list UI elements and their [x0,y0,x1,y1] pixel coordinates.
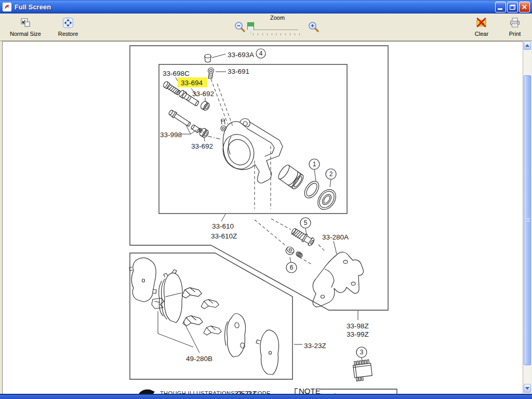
zoom-slider-ticks [253,33,300,35]
minimize-icon [498,8,502,10]
callout-4: 4 [256,49,265,58]
callout-1: 1 [309,159,320,169]
svg-text:4: 4 [259,50,263,57]
window-title: Full Screen [15,3,51,11]
normal-size-button[interactable]: Normal Size [8,17,43,37]
bleeder-screw-drawing [208,68,214,79]
zoom-in-button[interactable] [308,21,320,33]
title-bar[interactable]: Full Screen ✕ [0,0,532,14]
wear-indicator-drawing [353,360,373,381]
scroll-up-icon [525,42,529,47]
zoom-label: Zoom [232,15,323,21]
minimize-button[interactable] [495,2,506,12]
parts-diagram: 1 2 3 4 5 6 [3,42,523,394]
diagram-viewport[interactable]: 1 2 3 4 5 6 [2,41,523,394]
clear-icon: 234 [475,17,488,29]
close-button[interactable]: ✕ [519,2,530,12]
scrollbar-thumb[interactable] [524,75,531,365]
restore-view-icon [62,17,74,29]
window-bottom-border [0,394,532,399]
zoom-control-group: Zoom [232,14,323,40]
svg-text:6: 6 [290,264,294,271]
part-label-33-610z[interactable]: 33-610Z [211,232,237,240]
pin-set-drawing [168,109,202,133]
print-icon [509,17,521,29]
normal-size-label: Normal Size [10,31,41,37]
part-label-33-23z[interactable]: 33-23Z [304,342,326,350]
restore-view-button[interactable]: Restore [52,17,84,37]
note-box: NOTE 1 … 6 → 33-267 [295,387,397,394]
bleeder-cap-drawing [205,55,211,62]
part-label-33-694[interactable]: 33-694 [181,79,203,87]
lock-bolt-drawing [290,227,315,246]
svg-text:3: 3 [360,349,364,356]
part-label-49-280b[interactable]: 49-280B [186,355,212,363]
vertical-scrollbar[interactable] [523,41,531,394]
app-window: Full Screen ✕ Normal Size [0,0,532,399]
restore-view-label: Restore [58,31,78,37]
zoom-slider-track[interactable] [252,30,298,31]
part-label-33-98z[interactable]: 33-98Z [347,322,369,330]
restore-window-button[interactable] [507,2,518,12]
close-icon: ✕ [522,4,527,10]
part-label-33-99z[interactable]: 33-99Z [347,330,369,338]
part-label-33-692-lower[interactable]: 33-692 [191,142,213,150]
callout-6: 6 [286,262,297,273]
callout-3: 3 [356,347,367,357]
caliper-drawing [218,118,283,183]
part-label-33-692-upper[interactable]: 33-692 [192,90,214,98]
piston-drawing [276,164,305,191]
scroll-down-button[interactable] [524,384,531,393]
clear-label: Clear [475,31,488,37]
leader-lines [158,54,362,362]
svg-text:1: 1 [313,161,316,168]
scrollbar-grip [526,218,530,223]
part-label-33-693a[interactable]: 33-693A [228,51,254,59]
center-dashed-line [208,136,221,139]
print-label: Print [509,31,521,37]
scroll-down-icon [525,387,529,392]
zoom-out-button[interactable] [234,21,246,33]
svg-text:5: 5 [304,219,308,227]
clear-button[interactable]: 234 Clear [467,17,497,37]
zoom-slider-thumb[interactable] [247,22,254,34]
callout-2: 2 [326,169,336,179]
part-label-33-698c[interactable]: 33-698C [163,70,190,77]
note-title: NOTE [299,387,321,394]
part-label-33-691[interactable]: 33-691 [228,68,249,75]
callout-5: 5 [300,218,311,228]
part-label-33-998[interactable]: 33-998 [160,131,182,139]
app-logo-icon [3,3,11,11]
window-controls: ✕ [495,2,530,12]
bushing-upper-drawing [200,100,211,112]
scroll-up-button[interactable] [524,41,531,50]
restore-window-icon [510,5,515,10]
print-button[interactable]: Print [500,17,530,37]
normal-size-icon [19,17,32,29]
part-label-33-280a[interactable]: 33-280A [322,233,349,241]
mount-bracket-drawing [313,252,363,307]
part-label-33-610[interactable]: 33-610 [212,222,234,230]
toolbar: Normal Size Restore Zoom [0,14,532,41]
washer-nut-drawing [285,246,303,258]
svg-text:2: 2 [329,170,333,178]
